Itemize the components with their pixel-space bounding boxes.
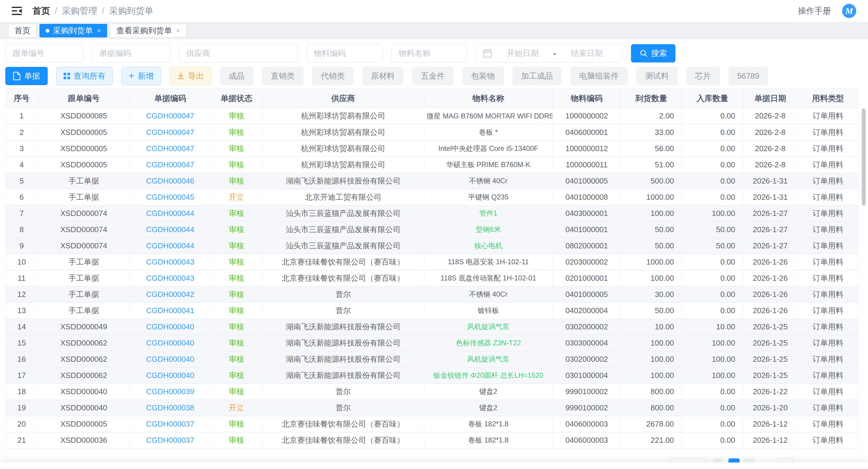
category-button-原材料[interactable]: 原材料	[362, 67, 404, 85]
cell-doc-code-link[interactable]: CGDH000037	[130, 416, 211, 432]
menu-fold-icon[interactable]	[12, 6, 22, 16]
cell-material-code: 0802000001	[553, 238, 621, 254]
cell-supplier: 杭州彩球坊贸易有限公司	[262, 124, 424, 141]
cell-doc-code-link[interactable]: CGDH000040	[130, 319, 211, 335]
date-range-picker[interactable]: 开始日期 - 结束日期	[476, 44, 622, 62]
cell-doc-code-link[interactable]: CGDH000040	[130, 335, 211, 351]
column-header: 物料编码	[553, 89, 621, 108]
tab-查看采购到货单[interactable]: 查看采购到货单×	[110, 24, 186, 37]
cell-doc-code-link[interactable]: CGDH000042	[130, 286, 211, 302]
category-button-包装物[interactable]: 包装物	[462, 67, 504, 85]
cell-material-name: 卷板 *	[424, 124, 553, 141]
cell-supplier: 北京赛佳味餐饮有限公司（赛百味）	[262, 416, 424, 432]
cell-doc-code-link[interactable]: CGDH000047	[130, 157, 211, 173]
cell-usage-type: 订单用料	[798, 124, 859, 141]
cell-supplier: 北京开迪工贸有限公司	[262, 189, 424, 205]
table-row: 4XSDD000005CGDH000047审核杭州彩球坊贸易有限公司华硕主板 P…	[6, 157, 859, 173]
cell-doc-code-link[interactable]: CGDH000045	[130, 189, 211, 205]
cell-stocked-qty: 0.00	[682, 384, 743, 400]
category-button-56789[interactable]: 56789	[728, 67, 768, 85]
cell-material-code: 0203000002	[553, 254, 621, 270]
vertical-scrollbar-thumb[interactable]	[862, 109, 866, 206]
cell-doc-code-link[interactable]: CGDH000040	[130, 368, 211, 384]
cell-doc-code-link[interactable]: CGDH000047	[130, 141, 211, 157]
cell-doc-code-link[interactable]: CGDH000039	[130, 384, 211, 400]
cell-material-code: 1000000011	[553, 157, 621, 173]
manual-link[interactable]: 操作手册	[798, 5, 831, 17]
cell-material-name: 微星 MAG B760M MORTAR WIFI DDR5 主板	[424, 108, 553, 124]
table-row: 11手工单据CGDH000043审核北京赛佳味餐饮有限公司（赛百味）118S 底…	[6, 270, 859, 286]
cell-doc-code-link[interactable]: CGDH000038	[130, 400, 211, 416]
doc-code-input[interactable]	[92, 44, 170, 62]
category-button-五金件[interactable]: 五金件	[412, 67, 454, 85]
order-no-input[interactable]	[5, 44, 83, 62]
tab-bar: 首页采购到货单×查看采购到货单×	[0, 22, 868, 39]
cell-stocked-qty: 0.00	[682, 270, 743, 286]
cell-seq: 2	[6, 124, 38, 141]
category-button-测试料[interactable]: 测试料	[636, 67, 678, 85]
cell-status: 开立	[211, 189, 262, 205]
cell-doc-code-link[interactable]: CGDH000044	[130, 205, 211, 222]
cell-doc-code-link[interactable]: CGDH000041	[130, 302, 211, 319]
category-button-代销类[interactable]: 代销类	[312, 67, 353, 85]
tab-首页[interactable]: 首页	[8, 24, 36, 37]
cell-status: 审核	[211, 157, 262, 173]
material-code-input[interactable]	[307, 44, 383, 62]
tab-close-icon[interactable]: ×	[176, 27, 180, 35]
cell-arrived-qty: 100.00	[621, 368, 682, 384]
search-button[interactable]: 搜索	[631, 44, 676, 62]
end-date-placeholder: 结束日期	[558, 48, 615, 59]
filter-row: 开始日期 - 结束日期 搜索	[5, 44, 863, 62]
cell-supplier: 北京赛佳味餐饮有限公司（赛百味）	[262, 270, 424, 286]
category-button-成品[interactable]: 成品	[220, 67, 253, 85]
category-button-直销类[interactable]: 直销类	[262, 67, 304, 85]
cell-arrived-qty: 10.00	[621, 319, 682, 335]
cell-material-name: 118S 电器安装 1H-102-11	[424, 254, 553, 270]
cell-doc-code-link[interactable]: CGDH000044	[130, 222, 211, 238]
cell-material-name: 钣金铰链件 Φ20圆杆 总长LH=1520	[424, 368, 553, 384]
cell-seq: 20	[6, 416, 38, 432]
cell-seq: 4	[6, 157, 38, 173]
category-button-电脑组装件[interactable]: 电脑组装件	[570, 67, 628, 85]
cell-doc-date: 2026-1-25	[743, 319, 798, 335]
calendar-icon	[483, 49, 492, 58]
cell-doc-code-link[interactable]: CGDH000046	[130, 173, 211, 189]
avatar[interactable]: M	[842, 4, 856, 18]
cell-arrived-qty: 800.00	[621, 400, 682, 416]
query-all-button[interactable]: 查询所有	[56, 67, 113, 85]
breadcrumb-item[interactable]: 采购管理	[62, 5, 97, 17]
cell-doc-code-link[interactable]: CGDH000047	[130, 124, 211, 141]
supplier-input[interactable]	[179, 44, 298, 62]
column-header: 单据日期	[743, 89, 798, 108]
cell-doc-code-link[interactable]: CGDH000040	[130, 351, 211, 368]
cell-stocked-qty: 100.00	[682, 205, 743, 222]
cell-doc-code-link[interactable]: CGDH000037	[130, 432, 211, 448]
cell-supplier: 普尔	[262, 286, 424, 302]
cell-arrived-qty: 800.00	[621, 384, 682, 400]
cell-supplier: 汕头市三辰蓝猫产品发展有限公司	[262, 205, 424, 222]
document-button[interactable]: 单据	[5, 67, 48, 85]
cell-material-code: 0401000001	[553, 222, 621, 238]
breadcrumb-item[interactable]: 采购到货单	[109, 5, 153, 17]
breadcrumb-item[interactable]: 首页	[32, 5, 50, 17]
cell-material-name: 不锈钢 40Cr	[424, 173, 553, 189]
cell-doc-code-link[interactable]: CGDH000047	[130, 108, 211, 124]
material-name-input[interactable]	[391, 44, 467, 62]
cell-doc-code-link[interactable]: CGDH000044	[130, 238, 211, 254]
tab-close-icon[interactable]: ×	[97, 27, 101, 35]
cell-doc-code-link[interactable]: CGDH000043	[130, 270, 211, 286]
cell-supplier: 杭州彩球坊贸易有限公司	[262, 141, 424, 157]
grid-icon	[64, 73, 70, 79]
cell-order-no: XSDD000049	[38, 319, 130, 335]
cell-order-no: 手工单据	[38, 302, 130, 319]
cell-status: 审核	[211, 319, 262, 335]
tab-采购到货单[interactable]: 采购到货单×	[39, 24, 107, 37]
cell-arrived-qty: 50.00	[621, 302, 682, 319]
category-button-芯片[interactable]: 芯片	[686, 67, 720, 85]
cell-material-code: 0302000002	[553, 319, 621, 335]
cell-stocked-qty: 50.00	[682, 222, 743, 238]
add-button[interactable]: + 新增	[121, 67, 161, 85]
category-button-加工成品[interactable]: 加工成品	[512, 67, 562, 85]
cell-doc-code-link[interactable]: CGDH000043	[130, 254, 211, 270]
export-button[interactable]: 导出	[169, 67, 211, 85]
